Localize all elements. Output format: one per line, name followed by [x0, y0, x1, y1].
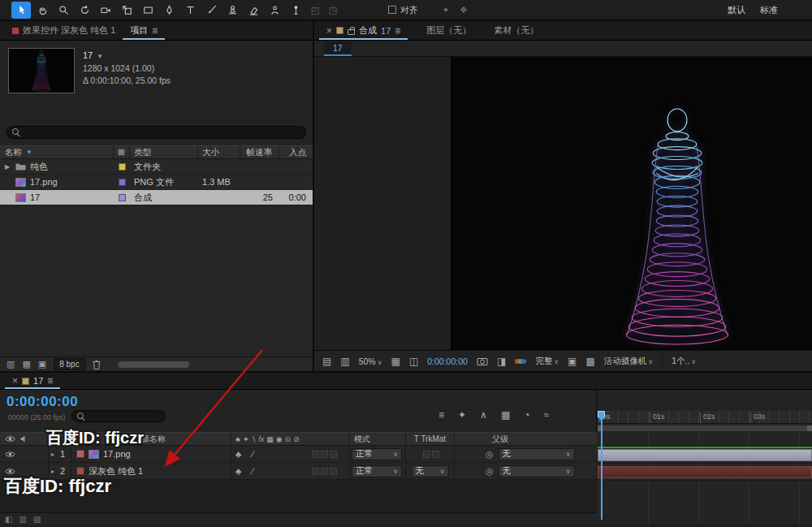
column-type[interactable]: 类型 — [130, 146, 198, 158]
column-size[interactable]: 大小 — [198, 146, 240, 158]
expand-icon[interactable]: ▶ — [5, 163, 11, 171]
parent-header[interactable]: 父级 — [492, 434, 508, 445]
tab-layer[interactable]: 图层（无） — [419, 21, 478, 40]
local-axis-mode-icon[interactable]: ◰ — [307, 5, 323, 15]
switch-box[interactable] — [321, 468, 328, 475]
tab-footage[interactable]: 素材（无） — [486, 21, 546, 40]
project-row-folder[interactable]: ▶ 纯色 文件夹 — [0, 159, 313, 175]
preview-monitor-icon[interactable]: ▤ — [322, 356, 331, 367]
camera-tool-icon[interactable] — [96, 2, 115, 19]
label-chip[interactable] — [119, 194, 126, 201]
label-chip[interactable] — [119, 179, 126, 186]
switch-box[interactable] — [312, 451, 319, 458]
blend-mode-select[interactable]: 正常 ∨ — [352, 448, 402, 460]
zoom-tool-icon[interactable] — [54, 2, 73, 19]
transparency-grid-icon[interactable]: ▩ — [585, 356, 594, 367]
frame-blending-icon[interactable]: ▦ — [501, 409, 510, 421]
world-axis-mode-icon[interactable]: ◳ — [325, 5, 341, 15]
work-area-end-handle[interactable] — [807, 425, 812, 431]
item-flyout-icon[interactable]: ▼ — [97, 53, 103, 60]
timeline-track-area[interactable]: 0s 01s 02s 03s — [598, 390, 812, 525]
horizontal-scrollbar[interactable] — [118, 361, 189, 368]
view-layout-select[interactable]: 1个..∨ — [672, 356, 696, 367]
layer-label-chip[interactable] — [76, 467, 84, 475]
puppet-pin-tool-icon[interactable] — [286, 2, 305, 19]
layer-row-2[interactable]: ▸ 2 深灰色 纯色 1 ♣ ∕ — [0, 463, 597, 480]
expand-layer-switches-icon[interactable]: ▥ — [19, 515, 26, 524]
graph-editor-icon[interactable]: ≈ — [543, 409, 549, 421]
mask-feather-icon[interactable]: ✦ — [438, 5, 454, 15]
mode-header[interactable]: 模式 — [354, 434, 370, 445]
column-label[interactable] — [114, 146, 130, 158]
project-search-input[interactable] — [6, 126, 306, 139]
expand-transfer-controls-icon[interactable]: ◧ — [5, 515, 12, 524]
mask-expansion-icon[interactable]: ❖ — [456, 5, 472, 15]
layer-label-chip[interactable] — [76, 450, 84, 458]
new-composition-icon[interactable]: ▣ — [38, 359, 46, 369]
quality-toggle-icon[interactable]: ♣ — [235, 466, 241, 476]
playhead-line[interactable] — [601, 421, 603, 520]
selection-tool-icon[interactable] — [11, 2, 31, 19]
panel-menu-icon[interactable]: ≡ — [395, 25, 400, 37]
grid-guides-icon[interactable]: ▦ — [391, 356, 400, 367]
parent-select[interactable]: 无 ∨ — [499, 448, 575, 460]
draft-3d-icon[interactable]: ✦ — [458, 409, 466, 421]
project-bit-depth[interactable]: 8 bpc — [54, 358, 84, 370]
switch-box[interactable] — [423, 451, 430, 458]
panel-menu-icon[interactable]: ≡ — [47, 375, 53, 387]
switch-box[interactable] — [330, 468, 337, 475]
tab-effect-controls[interactable]: 效果控件 深灰色 纯色 1 — [5, 21, 123, 40]
viewer-timecode[interactable]: 0:00:00:00 — [427, 356, 468, 366]
new-folder-icon[interactable]: ▦ — [22, 359, 30, 369]
hand-tool-icon[interactable] — [32, 2, 52, 19]
brush-tool-icon[interactable] — [201, 2, 221, 19]
workspace-default-button[interactable]: 默认 — [721, 2, 752, 18]
motion-blur-icon[interactable]: ◔ — [524, 409, 529, 421]
label-chip[interactable] — [119, 163, 126, 171]
mask-visibility-icon[interactable]: ◫ — [409, 356, 418, 367]
work-area-bar[interactable] — [598, 425, 812, 431]
close-icon[interactable]: × — [12, 375, 18, 387]
pen-tool-icon[interactable] — [159, 2, 179, 19]
timeline-tab[interactable]: × 17 ≡ — [5, 373, 60, 389]
region-of-interest-icon[interactable]: ▣ — [568, 356, 577, 367]
eraser-tool-icon[interactable] — [244, 2, 263, 19]
twirl-icon[interactable]: ▸ — [51, 468, 58, 475]
comp-flowchart-icon[interactable]: ≡ — [438, 409, 444, 421]
show-snapshot-icon[interactable]: ◨ — [497, 356, 506, 367]
channels-icon[interactable] — [515, 359, 526, 364]
snapshot-icon[interactable] — [477, 357, 488, 365]
camera-select[interactable]: 活动摄像机∨ — [604, 356, 653, 367]
shape-tool-icon[interactable] — [138, 2, 158, 19]
pickwhip-icon[interactable]: ◎ — [486, 466, 494, 477]
comp-subtab[interactable]: 17 — [324, 41, 352, 56]
zoom-select[interactable]: 50%∨ — [359, 356, 382, 366]
trkmat-select[interactable]: 无 ∨ — [412, 465, 449, 477]
column-name[interactable]: 名称 ▼ — [0, 146, 114, 158]
parent-select[interactable]: 无 ∨ — [499, 465, 575, 477]
switch-box[interactable] — [432, 451, 439, 458]
interpret-footage-icon[interactable]: ▥ — [6, 359, 15, 369]
source-name-header[interactable]: 源名称 — [141, 434, 166, 445]
eye-icon[interactable] — [5, 435, 15, 443]
shy-layers-icon[interactable]: ∧ — [480, 409, 487, 421]
trkmat-header[interactable]: T TrkMat — [414, 434, 446, 443]
close-icon[interactable]: × — [326, 25, 332, 37]
mirror-viewer-icon[interactable]: ▥ — [340, 356, 349, 367]
pickwhip-icon[interactable]: ◎ — [486, 449, 494, 460]
timeline-search-input[interactable] — [71, 410, 166, 422]
composition-viewport[interactable] — [314, 57, 812, 350]
twirl-icon[interactable]: ▸ — [51, 451, 58, 458]
switch-box[interactable] — [330, 451, 337, 458]
orbit-camera-tool-icon[interactable] — [75, 2, 94, 19]
snap-control[interactable]: 对齐 — [388, 4, 418, 16]
workspace-standard-button[interactable]: 标准 — [754, 2, 784, 18]
layer-bar-2[interactable] — [598, 466, 812, 478]
tab-project[interactable]: 项目 ≡ — [123, 21, 165, 40]
delete-icon[interactable] — [93, 360, 101, 369]
type-tool-icon[interactable] — [180, 2, 200, 19]
quality-slash-icon[interactable]: ∕ — [252, 449, 253, 459]
panel-menu-icon[interactable]: ≡ — [152, 25, 158, 37]
snap-checkbox[interactable] — [388, 6, 396, 14]
roto-brush-tool-icon[interactable] — [265, 2, 284, 19]
